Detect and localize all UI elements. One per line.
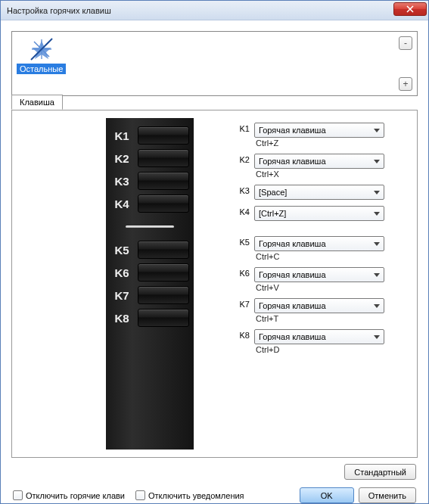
window-title: Настройка горячих клавиш [7, 6, 393, 15]
default-button[interactable]: Стандартный [344, 464, 416, 480]
keypad-key-label: K3 [110, 175, 133, 188]
add-category-button[interactable]: + [399, 77, 412, 91]
assignment-shortcut: Ctrl+T [254, 314, 384, 323]
checkbox-label: Отключить горячие клави [26, 491, 125, 500]
assignment-combo-k7[interactable]: Горячая клавиша [254, 298, 384, 313]
keypad-key [138, 172, 189, 190]
tab-container: Клавиша K1 K2 K3 K4 K5 K6 K7 K8 K1 [11, 110, 418, 458]
keypad-illustration: K1 K2 K3 K4 K5 K6 K7 K8 [106, 118, 194, 450]
keypad-key-label: K5 [110, 244, 133, 257]
assignment-shortcut: Ctrl+V [254, 283, 384, 292]
keypad-key-label: K8 [110, 312, 133, 325]
keypad-row: K2 [106, 147, 194, 170]
checkbox-icon [135, 490, 145, 500]
category-panel: Остальные - + [11, 31, 418, 96]
assignment-combo-k1[interactable]: Горячая клавиша [254, 123, 384, 138]
assignment-combo-k5[interactable]: Горячая клавиша [254, 236, 384, 251]
assignment-label: K8 [239, 329, 254, 340]
keypad-key-label: K6 [110, 266, 133, 279]
keypad-key [138, 241, 189, 259]
assignment-row: K4 [Ctrl+Z] [239, 206, 406, 221]
keypad-row: K4 [106, 192, 194, 215]
checkbox-label: Отключить уведомления [148, 491, 244, 500]
disable-hotkeys-checkbox[interactable]: Отключить горячие клави [13, 490, 125, 500]
keypad-divider [126, 226, 175, 228]
category-side-buttons: - + [399, 35, 414, 92]
assignments-column: K1 Горячая клавиша Ctrl+Z K2 Горячая кла… [194, 118, 406, 450]
cancel-button[interactable]: Отменить [359, 487, 416, 503]
assignment-shortcut: Ctrl+C [254, 252, 384, 261]
star-icon [29, 36, 54, 62]
keypad-key [138, 149, 189, 167]
tab-key[interactable]: Клавиша [11, 95, 63, 110]
close-icon [406, 5, 414, 13]
titlebar: Настройка горячих клавиш [1, 1, 428, 20]
keypad-key [138, 126, 189, 145]
assignment-row: K7 Горячая клавиша Ctrl+T [239, 298, 406, 323]
assignment-label: K7 [239, 298, 254, 309]
disable-notifications-checkbox[interactable]: Отключить уведомления [135, 490, 244, 500]
keypad-row: K8 [106, 306, 194, 329]
assignment-shortcut: Ctrl+Z [254, 138, 384, 148]
default-row: Стандартный [11, 464, 418, 480]
assignment-label: K2 [239, 154, 254, 164]
category-list: Остальные [15, 35, 399, 92]
keypad-row: K3 [106, 170, 194, 192]
assignment-combo-k6[interactable]: Горячая клавиша [254, 267, 384, 282]
keypad-row: K7 [106, 284, 194, 306]
keypad-key [138, 309, 189, 327]
assignment-combo-k8[interactable]: Горячая клавиша [254, 329, 384, 344]
assignment-label: K3 [239, 185, 254, 195]
category-item[interactable]: Остальные [15, 35, 67, 76]
assignment-shortcut: Ctrl+X [254, 170, 384, 179]
assignment-row: K5 Горячая клавиша Ctrl+C [239, 236, 406, 261]
assignment-label: K5 [239, 236, 254, 247]
assignment-combo-k3[interactable]: [Space] [254, 185, 384, 200]
keypad-key [138, 286, 189, 304]
tab-body: K1 K2 K3 K4 K5 K6 K7 K8 K1 Горячая клави… [11, 110, 418, 458]
remove-category-button[interactable]: - [399, 36, 412, 50]
assignment-label: K6 [239, 267, 254, 278]
assignment-row: K2 Горячая клавиша Ctrl+X [239, 154, 406, 179]
assignment-row: K8 Горячая клавиша Ctrl+D [239, 329, 406, 354]
keypad-key [138, 194, 189, 213]
assignment-row: K1 Горячая клавиша Ctrl+Z [239, 123, 406, 148]
keypad-key-label: K2 [110, 152, 133, 165]
assignment-label: K1 [239, 123, 254, 133]
assignment-shortcut: Ctrl+D [254, 345, 384, 354]
assignment-label: K4 [239, 206, 254, 216]
category-label: Остальные [17, 64, 66, 74]
ok-button[interactable]: OK [300, 487, 354, 503]
keypad-key-label: K7 [110, 289, 133, 302]
keypad-key-label: K4 [110, 198, 133, 210]
assignment-row: K3 [Space] [239, 185, 406, 200]
keypad-key [138, 263, 189, 282]
assignment-combo-k2[interactable]: Горячая клавиша [254, 154, 384, 169]
close-button[interactable] [393, 2, 427, 16]
bottom-bar: Отключить горячие клави Отключить уведом… [11, 487, 418, 503]
assignment-combo-k4[interactable]: [Ctrl+Z] [254, 206, 384, 221]
keypad-key-label: K1 [110, 129, 133, 142]
keypad-row: K6 [106, 261, 194, 284]
assignment-row: K6 Горячая клавиша Ctrl+V [239, 267, 406, 292]
dialog-window: Настройка горячих клавиш [0, 0, 429, 504]
keypad-row: K1 [106, 124, 194, 147]
content-area: Остальные - + Клавиша K1 K2 K3 K4 K5 K6 [1, 20, 428, 504]
checkbox-icon [13, 490, 23, 500]
keypad-row: K5 [106, 238, 194, 261]
